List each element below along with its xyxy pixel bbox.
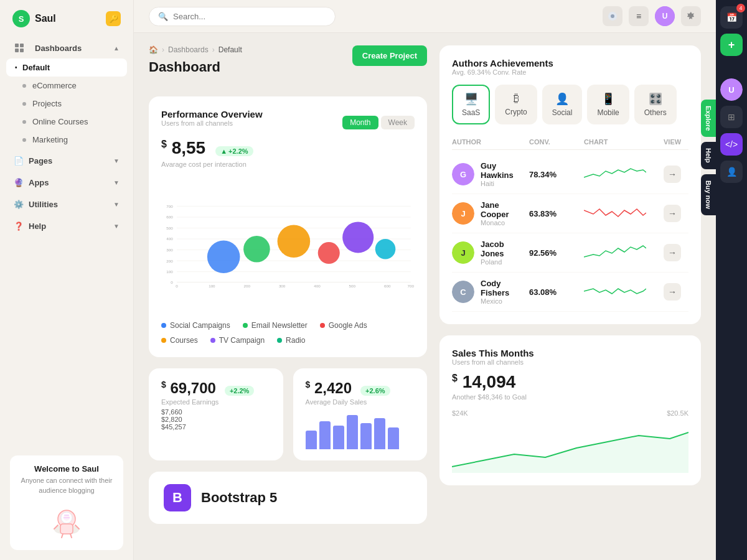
sales-goal: Another $48,346 to Goal bbox=[452, 393, 688, 401]
cat-tab-social[interactable]: 👤 Social bbox=[542, 85, 583, 124]
author-name-jane: Jane Cooper bbox=[481, 200, 524, 219]
earnings-amounts: $7,660 $2,820 $45,257 bbox=[161, 408, 271, 431]
daily-sales-value: $ 2,420 bbox=[306, 380, 352, 397]
earnings-card: $ 69,700 +2.2% Expected Earnings $7,660 … bbox=[149, 368, 283, 460]
topbar-avatar[interactable]: U bbox=[655, 6, 675, 26]
page-title: Dashboard bbox=[149, 59, 242, 75]
cat-tab-mobile[interactable]: 📱 Mobile bbox=[587, 85, 629, 124]
create-project-button[interactable]: Create Project bbox=[352, 45, 427, 66]
view-button-guy[interactable]: → bbox=[664, 166, 681, 183]
author-name-guy: Guy Hawkins bbox=[481, 161, 524, 180]
svg-text:100: 100 bbox=[166, 269, 173, 274]
view-button-jacob[interactable]: → bbox=[664, 244, 681, 261]
nav-group-utilities-header[interactable]: ⚙️ Utilities ▼ bbox=[6, 195, 127, 214]
topbar-notification-icon[interactable] bbox=[603, 6, 622, 26]
earnings-label: Expected Earnings bbox=[161, 398, 271, 406]
rs-grid-icon[interactable]: ⊞ bbox=[720, 106, 743, 128]
svg-line-11 bbox=[70, 534, 72, 538]
toggle-week-button[interactable]: Week bbox=[381, 116, 415, 129]
toggle-month-button[interactable]: Month bbox=[342, 116, 378, 129]
topbar-menu-icon[interactable]: ≡ bbox=[629, 6, 649, 26]
pages-chevron: ▼ bbox=[113, 157, 120, 164]
author-location-cody: Mexico bbox=[481, 297, 524, 305]
daily-sales-badge: +2.6% bbox=[360, 386, 390, 396]
nav-group-pages: 📄 Pages ▼ bbox=[6, 151, 127, 170]
sidebar-item-default[interactable]: Default bbox=[6, 58, 127, 77]
explore-label[interactable]: Explore bbox=[701, 100, 716, 137]
author-row-cody: C Cody Fishers Mexico 63.08% → bbox=[452, 273, 688, 312]
cat-tab-others[interactable]: 🎛️ Others bbox=[634, 85, 677, 124]
legend-dot-courses bbox=[161, 338, 166, 343]
nav-group-apps: 🔮 Apps ▼ bbox=[6, 173, 127, 192]
sidebar-item-online-courses[interactable]: Online Courses bbox=[6, 113, 127, 131]
metric-value: $ 8,55 bbox=[161, 138, 205, 158]
cat-tab-crypto[interactable]: ₿ Crypto bbox=[495, 85, 537, 124]
avatar-cody: C bbox=[452, 281, 474, 303]
main-content: 🔍 ≡ U 🏠 › Da bbox=[134, 0, 716, 560]
svg-text:200: 200 bbox=[166, 259, 173, 263]
author-row-jacob: J Jacob Jones Poland 92.56% → bbox=[452, 233, 688, 273]
search-input[interactable] bbox=[173, 12, 326, 21]
view-button-cody[interactable]: → bbox=[664, 283, 681, 301]
topbar-settings-icon[interactable] bbox=[681, 6, 701, 26]
sidebar-nav: Dashboards ▲ Default eCommerce Projects … bbox=[0, 37, 133, 446]
svg-text:400: 400 bbox=[166, 236, 173, 241]
saas-icon: 🖥️ bbox=[464, 92, 478, 106]
bootstrap-icon: B bbox=[164, 484, 191, 511]
search-box[interactable]: 🔍 bbox=[149, 7, 336, 26]
bar-7 bbox=[388, 427, 399, 449]
sidebar-item-ecommerce[interactable]: eCommerce bbox=[6, 77, 127, 95]
perf-header: Performance Overview Users from all chan… bbox=[161, 109, 415, 136]
dashboards-icon bbox=[14, 42, 25, 54]
search-icon: 🔍 bbox=[158, 12, 168, 21]
cat-tab-saas[interactable]: 🖥️ SaaS bbox=[452, 85, 490, 124]
social-label: Social bbox=[552, 108, 573, 117]
author-location-jane: Monaco bbox=[481, 219, 524, 226]
sidebar-item-marketing[interactable]: Marketing bbox=[6, 131, 127, 149]
author-name-cody: Cody Fishers bbox=[481, 279, 524, 297]
dashboards-chevron: ▲ bbox=[113, 45, 120, 52]
nav-group-help-header[interactable]: ❓ Help ▼ bbox=[6, 217, 127, 236]
content-area: 🏠 › Dashboards › Default Dashboard Creat… bbox=[134, 33, 716, 560]
nav-group-pages-header[interactable]: 📄 Pages ▼ bbox=[6, 151, 127, 170]
calendar-badge: 4 bbox=[736, 4, 745, 12]
chart-legend: Social Campaigns Email Newsletter Google… bbox=[161, 321, 415, 345]
svg-text:0: 0 bbox=[171, 280, 173, 284]
rs-avatar[interactable]: U bbox=[720, 78, 743, 101]
svg-rect-2 bbox=[15, 49, 19, 52]
sidebar-logo: S Saul bbox=[12, 10, 56, 27]
rs-add-icon[interactable]: + bbox=[720, 34, 743, 56]
sidebar-item-projects[interactable]: Projects bbox=[6, 95, 127, 113]
rs-calendar-icon[interactable]: 📅 4 bbox=[720, 6, 743, 29]
performance-overview-card: Performance Overview Users from all chan… bbox=[149, 96, 427, 357]
rs-user-icon[interactable]: 👤 bbox=[720, 161, 743, 183]
nav-group-dashboards-header[interactable]: Dashboards ▲ bbox=[6, 37, 127, 58]
nav-group-apps-header[interactable]: 🔮 Apps ▼ bbox=[6, 173, 127, 192]
welcome-card: Welcome to Saul Anyone can connect with … bbox=[10, 455, 123, 550]
nav-dot bbox=[22, 138, 26, 142]
bar-6 bbox=[374, 418, 385, 449]
help-icon: ❓ bbox=[14, 222, 24, 231]
view-button-jane[interactable]: → bbox=[664, 205, 681, 222]
others-label: Others bbox=[644, 108, 667, 117]
help-label[interactable]: Help bbox=[701, 142, 716, 169]
rs-code-icon[interactable]: </> bbox=[720, 133, 743, 156]
svg-point-45 bbox=[342, 222, 374, 253]
breadcrumb: 🏠 › Dashboards › Default bbox=[149, 45, 242, 54]
authors-table-header: AUTHOR CONV. CHART VIEW bbox=[452, 134, 688, 150]
topbar: 🔍 ≡ U bbox=[134, 0, 716, 33]
sparkline-jane bbox=[584, 204, 646, 223]
author-row-guy: G Guy Hawkins Haiti 78.34% → bbox=[452, 155, 688, 194]
sidebar-footer: Welcome to Saul Anyone can connect with … bbox=[0, 446, 133, 560]
sidebar-toggle-button[interactable]: 🔑 bbox=[106, 11, 121, 26]
crypto-label: Crypto bbox=[505, 108, 527, 116]
buy-label[interactable]: Buy now bbox=[701, 174, 716, 215]
legend-tv: TV Campaign bbox=[210, 336, 265, 345]
bar-5 bbox=[360, 423, 372, 449]
svg-rect-7 bbox=[60, 524, 73, 534]
breadcrumb-dashboards[interactable]: Dashboards bbox=[168, 45, 209, 54]
svg-text:500: 500 bbox=[166, 226, 173, 230]
bar-chart-mini bbox=[306, 412, 415, 449]
authors-subtitle: Avg. 69.34% Conv. Rate bbox=[452, 68, 688, 76]
svg-text:300: 300 bbox=[166, 248, 173, 252]
